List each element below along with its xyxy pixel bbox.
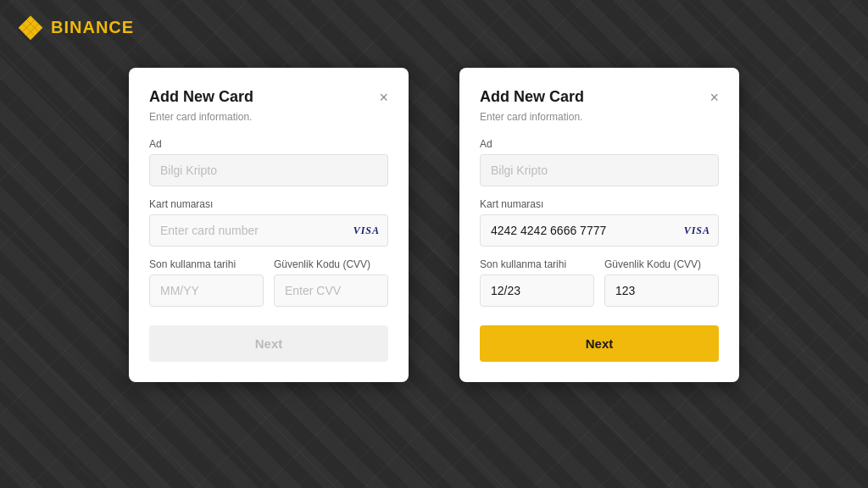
- visa-badge-left: VISA: [353, 225, 380, 237]
- name-label-left: Ad: [149, 138, 388, 150]
- card-field-group-right: Kart numarası VISA: [480, 198, 719, 247]
- card-label-left: Kart numarası: [149, 198, 388, 210]
- cvv-label-right: Güvenlik Kodu (CVV): [604, 258, 719, 270]
- name-label-right: Ad: [480, 138, 719, 150]
- expiry-field-group-left: Son kullanma tarihi: [149, 258, 264, 307]
- cvv-input-right[interactable]: [604, 274, 719, 307]
- card-label-right: Kart numarası: [480, 198, 719, 210]
- name-input-right[interactable]: [480, 154, 719, 186]
- brand-name: BINANCE: [51, 18, 134, 37]
- binance-logo-icon: [17, 14, 44, 41]
- expiry-input-right[interactable]: [480, 274, 594, 307]
- card-field-group-left: Kart numarası VISA: [149, 198, 388, 247]
- card-modal-filled: Add New Card × Enter card information. A…: [459, 68, 739, 382]
- next-button-left[interactable]: Next: [149, 325, 388, 362]
- name-input-left[interactable]: [149, 154, 388, 186]
- name-field-group-right: Ad: [480, 138, 719, 186]
- expiry-label-left: Son kullanma tarihi: [149, 258, 264, 270]
- modal-title-left: Add New Card: [149, 88, 253, 106]
- cvv-field-group-left: Güvenlik Kodu (CVV): [274, 258, 388, 307]
- header: BINANCE: [17, 14, 134, 41]
- card-modal-empty: Add New Card × Enter card information. A…: [129, 68, 409, 382]
- cards-container: Add New Card × Enter card information. A…: [0, 68, 868, 382]
- card-number-wrapper-left: VISA: [149, 214, 388, 247]
- expiry-input-left[interactable]: [149, 274, 264, 307]
- bottom-fields-left: Son kullanma tarihi Güvenlik Kodu (CVV): [149, 258, 388, 319]
- modal-header-left: Add New Card ×: [149, 88, 388, 106]
- close-button-left[interactable]: ×: [379, 90, 388, 105]
- modal-title-right: Add New Card: [480, 88, 584, 106]
- expiry-field-group-right: Son kullanma tarihi: [480, 258, 594, 307]
- modal-header-right: Add New Card ×: [480, 88, 719, 106]
- expiry-label-right: Son kullanma tarihi: [480, 258, 594, 270]
- next-button-right[interactable]: Next: [480, 325, 719, 362]
- name-field-group-left: Ad: [149, 138, 388, 186]
- close-button-right[interactable]: ×: [709, 90, 719, 105]
- visa-badge-right: VISA: [684, 225, 710, 237]
- modal-subtitle-left: Enter card information.: [149, 111, 388, 123]
- card-number-wrapper-right: VISA: [480, 214, 719, 247]
- bottom-fields-right: Son kullanma tarihi Güvenlik Kodu (CVV): [480, 258, 719, 319]
- cvv-field-group-right: Güvenlik Kodu (CVV): [604, 258, 719, 307]
- cvv-input-left[interactable]: [274, 274, 388, 307]
- cvv-label-left: Güvenlik Kodu (CVV): [274, 258, 388, 270]
- modal-subtitle-right: Enter card information.: [480, 111, 719, 123]
